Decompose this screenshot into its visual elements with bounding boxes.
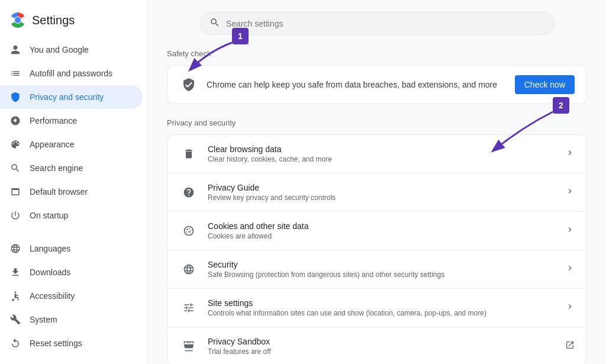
main-content: 1 Safety check Chrome can help keep you …	[148, 0, 606, 364]
check-now-button[interactable]: Check now	[515, 75, 575, 94]
app-title: Settings	[32, 14, 75, 27]
site-settings-content: Site settings Controls what information …	[208, 298, 556, 317]
svg-point-12	[191, 230, 192, 231]
gauge-icon	[9, 115, 21, 127]
chevron-right-icon	[565, 186, 575, 198]
safety-check-section: 1 Safety check Chrome can help keep you …	[167, 49, 587, 104]
privacy-guide-row[interactable]: Privacy Guide Review key privacy and sec…	[167, 173, 586, 212]
list-icon	[9, 67, 21, 79]
cookies-subtitle: Cookies are allowed	[208, 232, 556, 240]
privacy-section: 2 Privacy and security Clear browsing d	[167, 118, 587, 364]
privacy-sandbox-icon	[179, 337, 198, 356]
sidebar-item-label: Downloads	[30, 268, 70, 277]
svg-point-11	[189, 231, 191, 233]
safety-shield-icon	[179, 75, 198, 94]
sidebar-item-label: System	[30, 315, 57, 324]
privacy-sandbox-subtitle: Trial features are off	[208, 347, 556, 356]
search-input[interactable]	[226, 19, 544, 28]
privacy-sandbox-row[interactable]: Privacy Sandbox Trial features are off	[167, 327, 586, 364]
sidebar-item-search-engine[interactable]: Search engine	[0, 156, 143, 180]
sidebar-item-label: Autofill and passwords	[30, 69, 112, 78]
reset-icon	[9, 337, 21, 349]
cookie-icon	[179, 221, 198, 240]
sidebar-item-languages[interactable]: Languages	[0, 237, 143, 260]
security-content: Security Safe Browsing (protection from …	[208, 260, 556, 279]
globe-security-icon	[179, 260, 198, 279]
sidebar-header: Settings	[0, 6, 147, 38]
sidebar-item-on-startup[interactable]: On startup	[0, 204, 143, 227]
sidebar-item-label: Languages	[30, 244, 70, 253]
sidebar: Settings You and Google Autofill and pas…	[0, 0, 148, 364]
privacy-guide-subtitle: Review key privacy and security controls	[208, 194, 556, 202]
search-container	[167, 12, 587, 35]
sidebar-item-you-and-google[interactable]: You and Google	[0, 38, 143, 62]
privacy-guide-content: Privacy Guide Review key privacy and sec…	[208, 183, 556, 202]
svg-point-8	[186, 228, 188, 230]
chevron-right-icon	[565, 225, 575, 237]
palette-icon	[9, 138, 21, 150]
sliders-icon	[179, 298, 198, 317]
sidebar-item-appearance[interactable]: Appearance	[0, 133, 143, 156]
svg-point-7	[185, 227, 192, 234]
sidebar-item-system[interactable]: System	[0, 308, 143, 331]
sidebar-item-autofill[interactable]: Autofill and passwords	[0, 62, 143, 85]
annotation-arrow-2	[488, 109, 559, 156]
svg-point-9	[189, 228, 191, 230]
external-link-icon	[565, 340, 575, 352]
svg-point-5	[15, 292, 17, 294]
search-icon	[209, 17, 220, 30]
wrench-icon	[9, 314, 21, 326]
svg-point-10	[186, 231, 188, 233]
site-settings-title: Site settings	[208, 298, 556, 308]
download-icon	[9, 266, 21, 278]
sidebar-item-performance[interactable]: Performance	[0, 109, 143, 133]
sidebar-item-default-browser[interactable]: Default browser	[0, 180, 143, 204]
trash-icon	[179, 144, 198, 163]
sidebar-item-label: Search engine	[30, 163, 83, 173]
site-settings-subtitle: Controls what information sites can use …	[208, 309, 556, 317]
sidebar-item-label: Appearance	[30, 140, 75, 149]
privacy-sandbox-title: Privacy Sandbox	[208, 337, 556, 346]
cookies-row[interactable]: Cookies and other site data Cookies are …	[167, 212, 586, 250]
privacy-sandbox-content: Privacy Sandbox Trial features are off	[208, 337, 556, 356]
sidebar-item-label: Privacy and security	[30, 92, 104, 102]
annotation-1: 1	[232, 28, 249, 44]
sidebar-item-reset[interactable]: Reset settings	[0, 331, 143, 355]
shield-icon	[9, 91, 21, 103]
sidebar-item-privacy[interactable]: Privacy and security	[0, 85, 143, 109]
privacy-guide-title: Privacy Guide	[208, 183, 556, 192]
power-icon	[9, 210, 21, 221]
sidebar-item-accessibility[interactable]: Accessibility	[0, 284, 143, 308]
accessibility-icon	[9, 290, 21, 302]
security-subtitle: Safe Browsing (protection from dangerous…	[208, 270, 556, 279]
sidebar-item-label: Performance	[30, 116, 77, 125]
site-settings-row[interactable]: Site settings Controls what information …	[167, 289, 586, 327]
svg-point-4	[15, 17, 21, 23]
chrome-logo-icon	[9, 12, 26, 28]
cookies-title: Cookies and other site data	[208, 221, 556, 231]
search-icon	[9, 162, 21, 174]
person-icon	[9, 44, 21, 56]
sidebar-item-label: Accessibility	[30, 291, 75, 301]
annotation-arrow-1	[185, 40, 238, 75]
security-row[interactable]: Security Safe Browsing (protection from …	[167, 250, 586, 289]
sidebar-item-label: On startup	[30, 211, 68, 220]
sidebar-item-downloads[interactable]: Downloads	[0, 260, 143, 284]
sidebar-item-label: Default browser	[30, 187, 88, 197]
sidebar-item-label: You and Google	[30, 45, 89, 54]
chevron-right-icon	[565, 263, 575, 275]
privacy-guide-icon	[179, 183, 198, 202]
sidebar-item-label: Reset settings	[30, 339, 82, 348]
clear-browsing-subtitle: Clear history, cookies, cache, and more	[208, 155, 556, 163]
cookies-content: Cookies and other site data Cookies are …	[208, 221, 556, 240]
browser-icon	[9, 186, 21, 198]
safety-check-description: Chrome can help keep you safe from data …	[207, 80, 507, 89]
globe-icon	[9, 243, 21, 255]
annotation-2: 2	[553, 97, 569, 114]
privacy-settings-card: Clear browsing data Clear history, cooki…	[167, 134, 587, 364]
chevron-right-icon	[565, 302, 575, 314]
chevron-right-icon	[565, 148, 575, 160]
security-title: Security	[208, 260, 556, 269]
